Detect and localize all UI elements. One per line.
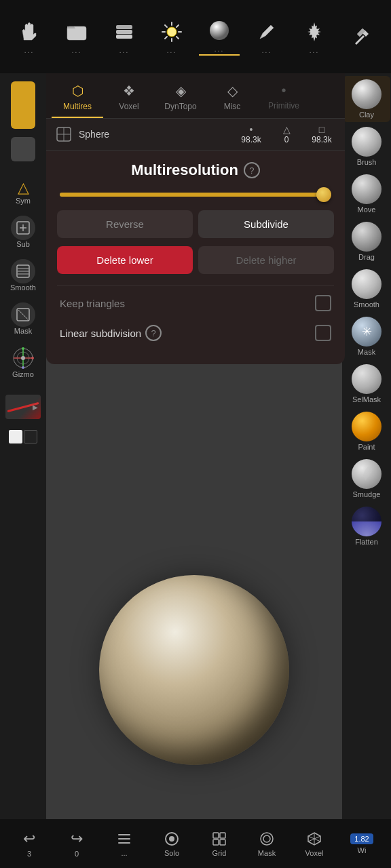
- undo-icon: ↩: [23, 830, 35, 848]
- bottom-grid[interactable]: Grid: [199, 831, 240, 857]
- stroke-preview: ▶: [5, 395, 41, 419]
- svg-point-4: [167, 27, 176, 37]
- tab-primitive-label: Primitive: [268, 101, 299, 111]
- delete-lower-button[interactable]: Delete lower: [57, 246, 193, 274]
- clay-brush-icon: [352, 79, 381, 109]
- sidebar-item-sub[interactable]: Sub: [1, 212, 45, 252]
- voxel-icon: ❖: [123, 83, 135, 99]
- help-icon[interactable]: ?: [244, 162, 260, 178]
- toolbar-layers-dots: ...: [119, 47, 129, 54]
- svg-point-45: [261, 833, 273, 845]
- redo-count: 0: [75, 850, 79, 858]
- brush-label: Brush: [357, 158, 377, 166]
- smudge-label: Smudge: [353, 490, 381, 498]
- sidebar-item-paint[interactable]: Paint: [343, 408, 390, 454]
- sidebar-item-sym[interactable]: △ Sym: [1, 175, 45, 209]
- svg-point-13: [210, 21, 229, 40]
- bottom-wi[interactable]: 1.82 Wi: [341, 833, 382, 854]
- toolbar-tools[interactable]: [341, 24, 382, 49]
- subdivide-button[interactable]: Subdivide: [198, 210, 334, 238]
- svg-line-11: [176, 25, 179, 27]
- tab-dyntopo[interactable]: ◈ DynTopo: [155, 79, 206, 118]
- face-count: 0: [284, 135, 289, 144]
- tab-primitive[interactable]: • Primitive: [258, 79, 310, 118]
- color-squares: [9, 430, 37, 443]
- top-toolbar: ... ... ... ...: [0, 0, 391, 73]
- bottom-mask[interactable]: Mask: [246, 831, 287, 857]
- undo-count: 3: [27, 850, 31, 858]
- toolbar-pen[interactable]: ...: [246, 20, 287, 54]
- object-icon: [54, 125, 73, 144]
- tab-misc-label: Misc: [224, 102, 241, 111]
- voxel-bottom-label: Voxel: [305, 849, 324, 857]
- paint-brush-icon: [352, 412, 381, 441]
- sidebar-item-smooth[interactable]: Smooth: [1, 255, 45, 296]
- sidebar-item-sub-label: Sub: [16, 240, 30, 248]
- clay-label: Clay: [359, 111, 374, 119]
- tab-voxel[interactable]: ❖ Voxel: [103, 79, 155, 118]
- reverse-subdivide-row: Reverse Subdivide: [57, 210, 334, 238]
- svg-rect-44: [220, 840, 225, 845]
- tab-misc[interactable]: ◇ Misc: [206, 79, 258, 118]
- bottom-voxel[interactable]: Voxel: [294, 831, 335, 857]
- keep-triangles-checkbox[interactable]: [315, 295, 331, 311]
- toolbar-light[interactable]: ...: [151, 20, 192, 54]
- linear-subdivision-row: Linear subdivision ?: [57, 318, 334, 348]
- delete-higher-button[interactable]: Delete higher: [198, 246, 334, 274]
- bottom-menu[interactable]: ...: [104, 831, 145, 857]
- sidebar-item-stroke[interactable]: ▶: [1, 391, 45, 423]
- bottom-undo[interactable]: ↩ 3: [9, 830, 50, 858]
- toolbar-settings[interactable]: ...: [294, 20, 335, 54]
- toolbar-layers[interactable]: ...: [104, 20, 145, 54]
- slider-thumb[interactable]: [316, 187, 331, 202]
- sidebar-item-brush[interactable]: Brush: [343, 123, 390, 170]
- sidebar-item-flatten[interactable]: Flatten: [343, 503, 390, 549]
- sidebar-item-smooth[interactable]: Smooth: [343, 266, 390, 312]
- sidebar-item-color[interactable]: [1, 426, 45, 448]
- voxel-bottom-icon: [306, 831, 322, 847]
- linear-subdivision-help-icon[interactable]: ?: [145, 325, 162, 341]
- tab-voxel-label: Voxel: [119, 102, 138, 111]
- toolbar-folder[interactable]: ...: [56, 20, 97, 54]
- toolbar-material[interactable]: ...: [199, 18, 240, 56]
- svg-line-9: [165, 25, 167, 27]
- mask-right-label: Mask: [358, 348, 375, 356]
- sidebar-item-smudge[interactable]: Smudge: [343, 456, 390, 502]
- linear-subdivision-checkbox[interactable]: [315, 325, 331, 341]
- gizmo-icon: [11, 346, 35, 370]
- object-name: Sphere: [79, 129, 231, 140]
- keep-triangles-label: Keep triangles: [60, 298, 125, 309]
- sidebar-item-mask-right[interactable]: ✳ Mask: [343, 313, 390, 359]
- bottom-redo[interactable]: ↪ 0: [56, 830, 97, 858]
- toolbar-folder-dots: ...: [72, 47, 81, 54]
- svg-line-12: [165, 37, 167, 39]
- black-square: [24, 430, 37, 443]
- left-sidebar: △ Sym Sub Smooth: [0, 73, 46, 819]
- svg-line-10: [176, 37, 179, 39]
- sidebar-item-gizmo[interactable]: Gizmo: [1, 342, 45, 382]
- linear-subdivision-label-group: Linear subdivision ?: [60, 325, 162, 341]
- mask-brush-icon: ✳: [352, 317, 381, 347]
- reverse-button[interactable]: Reverse: [57, 210, 193, 238]
- bottom-toolbar: ↩ 3 ↪ 0 ... Solo Grid Mas: [0, 819, 391, 868]
- sidebar-item-move[interactable]: Move: [343, 171, 390, 217]
- sidebar-item-drag[interactable]: Drag: [343, 218, 390, 264]
- sub-icon: [11, 216, 35, 240]
- primary-color-swatch[interactable]: [11, 81, 35, 129]
- bottom-solo[interactable]: Solo: [151, 831, 192, 857]
- tab-multires[interactable]: ⬡ Multires: [52, 79, 103, 118]
- sidebar-item-selmask[interactable]: SelMask: [343, 361, 390, 407]
- svg-rect-43: [213, 840, 219, 845]
- toolbar-pen-dots: ...: [262, 47, 272, 54]
- svg-rect-42: [220, 833, 225, 838]
- sidebar-item-mask[interactable]: Mask: [1, 298, 45, 339]
- secondary-color-swatch[interactable]: [11, 137, 35, 161]
- keep-triangles-row: Keep triangles: [57, 288, 334, 318]
- drag-brush-icon: [352, 222, 381, 252]
- stat-faces: △ 0: [272, 124, 301, 144]
- sidebar-item-clay[interactable]: Clay: [343, 76, 390, 122]
- level-slider-track[interactable]: [60, 193, 331, 197]
- solo-icon: [164, 831, 180, 847]
- toolbar-hand[interactable]: ...: [9, 20, 50, 54]
- white-square: [9, 430, 22, 443]
